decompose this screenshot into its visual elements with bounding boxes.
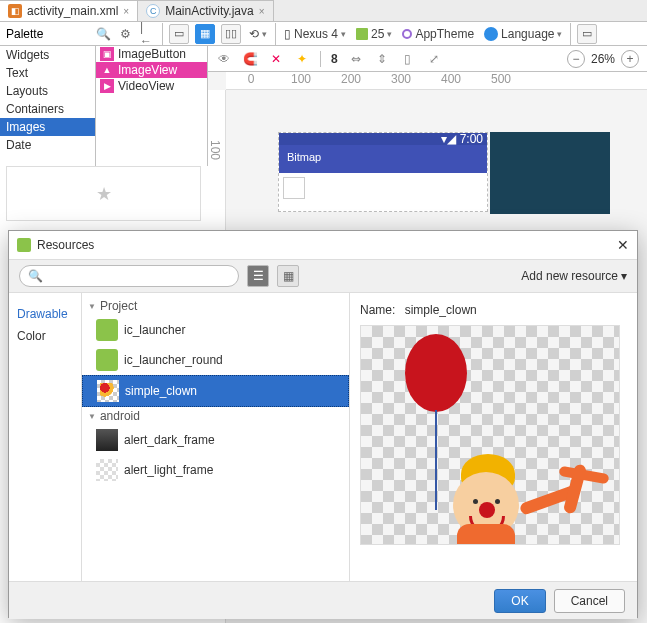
theme-dropdown[interactable]: AppTheme	[400, 27, 476, 41]
res-ic-launcher-round[interactable]: ic_launcher_round	[82, 345, 349, 375]
java-file-icon: C	[146, 4, 160, 18]
both-view-button[interactable]: ▯▯	[221, 24, 241, 44]
clear-constraints-icon[interactable]: ✕	[268, 51, 284, 67]
palette-items: ▣ImageButton ▲ImageView ▶VideoView	[96, 46, 208, 166]
tick: 500	[476, 72, 526, 89]
drawable-icon	[96, 459, 118, 481]
res-ic-launcher[interactable]: ic_launcher	[82, 315, 349, 345]
btn-label: OK	[511, 594, 528, 608]
tick: 200	[326, 72, 376, 89]
zoom-in-button[interactable]: +	[621, 50, 639, 68]
gear-icon[interactable]: ⚙	[118, 27, 132, 41]
res-label: ic_launcher_round	[124, 353, 223, 367]
time: 7:00	[460, 132, 483, 146]
res-alert-light-frame[interactable]: alert_light_frame	[82, 455, 349, 485]
api-label: 25	[371, 27, 384, 41]
cat-layouts[interactable]: Layouts	[0, 82, 95, 100]
orientation-dropdown[interactable]: ⟲▾	[247, 27, 269, 41]
android-icon	[17, 238, 31, 252]
resources-dialog: Resources ✕ 🔍 ☰ ▦ Add new resource▾ Draw…	[8, 230, 638, 618]
layout-variants-button[interactable]: ▭	[577, 24, 597, 44]
cat-text[interactable]: Text	[0, 64, 95, 82]
list-view-button[interactable]: ☰	[247, 265, 269, 287]
clown-arm-graphic	[519, 464, 609, 514]
cat-date[interactable]: Date	[0, 136, 95, 154]
signal-icon: ▾◢	[441, 132, 456, 146]
group-label: Project	[100, 299, 137, 313]
item-label: VideoView	[118, 79, 174, 93]
theme-label: AppTheme	[415, 27, 474, 41]
editor-tabs: ◧ activity_main.xml × C MainActivity.jav…	[0, 0, 647, 22]
zoom-controls: − 26% +	[567, 50, 639, 68]
tick: 300	[376, 72, 426, 89]
margin-value[interactable]: 8	[331, 52, 338, 66]
group-project[interactable]: ▼Project	[82, 297, 349, 315]
resource-tree: ▼Project ic_launcher ic_launcher_round s…	[82, 293, 350, 581]
cat-images[interactable]: Images	[0, 118, 95, 136]
ok-button[interactable]: OK	[494, 589, 545, 613]
palette-toolbar-row: Palette 🔍 ⚙ |← ▭ ▦ ▯▯ ⟲▾ ▯Nexus 4▾ 25▾ A…	[0, 22, 647, 46]
device-frame[interactable]: ▾◢7:00 Bitmap	[278, 132, 488, 212]
design-view-button[interactable]: ▭	[169, 24, 189, 44]
design-toolbar: ▭ ▦ ▯▯ ⟲▾ ▯Nexus 4▾ 25▾ AppTheme Languag…	[163, 23, 647, 45]
search-icon[interactable]: 🔍	[96, 27, 110, 41]
resource-type-list: Drawable Color	[9, 293, 81, 581]
chevron-down-icon: ▾	[557, 29, 562, 39]
collapse-icon[interactable]: |←	[140, 27, 154, 41]
cat-containers[interactable]: Containers	[0, 100, 95, 118]
blueprint-view-button[interactable]: ▦	[195, 24, 215, 44]
android-icon	[356, 28, 368, 40]
cancel-button[interactable]: Cancel	[554, 589, 625, 613]
infer-constraints-icon[interactable]: ✦	[294, 51, 310, 67]
group-android[interactable]: ▼android	[82, 407, 349, 425]
tab-label: activity_main.xml	[27, 4, 118, 18]
device-label: Nexus 4	[294, 27, 338, 41]
tab-main-activity[interactable]: C MainActivity.java ×	[138, 0, 273, 21]
res-label: alert_dark_frame	[124, 433, 215, 447]
pack-icon[interactable]: ⇕	[374, 51, 390, 67]
close-icon[interactable]: ×	[259, 6, 265, 17]
globe-icon	[484, 27, 498, 41]
item-label: ImageView	[118, 63, 177, 77]
rotate-icon: ⟲	[249, 27, 259, 41]
expand-icon[interactable]: ⤢	[426, 51, 442, 67]
eye-icon[interactable]: 👁	[216, 51, 232, 67]
btn-label: Cancel	[571, 594, 608, 608]
close-icon[interactable]: ×	[123, 6, 129, 17]
type-drawable[interactable]: Drawable	[17, 303, 73, 325]
api-dropdown[interactable]: 25▾	[354, 27, 394, 41]
add-new-resource[interactable]: Add new resource▾	[521, 269, 627, 283]
align-icon[interactable]: ⇔	[348, 51, 364, 67]
language-dropdown[interactable]: Language▾	[482, 27, 564, 41]
star-icon: ★	[96, 183, 112, 205]
cat-widgets[interactable]: Widgets	[0, 46, 95, 64]
zoom-out-button[interactable]: −	[567, 50, 585, 68]
type-color[interactable]: Color	[17, 325, 73, 347]
name-row: Name: simple_clown	[360, 303, 627, 317]
status-bar: ▾◢7:00	[279, 133, 487, 145]
item-imagebutton[interactable]: ▣ImageButton	[96, 46, 207, 62]
res-simple-clown[interactable]: simple_clown	[82, 375, 349, 407]
magnet-icon[interactable]: 🧲	[242, 51, 258, 67]
grid-view-button[interactable]: ▦	[277, 265, 299, 287]
res-label: ic_launcher	[124, 323, 185, 337]
palette-preview: ★	[6, 166, 201, 221]
item-imageview[interactable]: ▲ImageView	[96, 62, 207, 78]
item-videoview[interactable]: ▶VideoView	[96, 78, 207, 94]
divider	[320, 51, 321, 67]
tab-activity-main[interactable]: ◧ activity_main.xml ×	[0, 0, 138, 21]
divider	[275, 23, 276, 45]
placed-imageview[interactable]	[283, 177, 305, 199]
search-input[interactable]: 🔍	[19, 265, 239, 287]
dialog-toolbar: 🔍 ☰ ▦ Add new resource▾	[9, 259, 637, 293]
dialog-body: Drawable Color ▼Project ic_launcher ic_l…	[9, 293, 637, 581]
chevron-down-icon: ▾	[621, 269, 627, 283]
videoview-icon: ▶	[100, 79, 114, 93]
res-alert-dark-frame[interactable]: alert_dark_frame	[82, 425, 349, 455]
chevron-down-icon: ▾	[387, 29, 392, 39]
tick: 100	[276, 72, 326, 89]
close-icon[interactable]: ✕	[617, 237, 629, 253]
device-dropdown[interactable]: ▯Nexus 4▾	[282, 27, 348, 41]
guidelines-icon[interactable]: ▯	[400, 51, 416, 67]
chevron-down-icon: ▾	[262, 29, 267, 39]
